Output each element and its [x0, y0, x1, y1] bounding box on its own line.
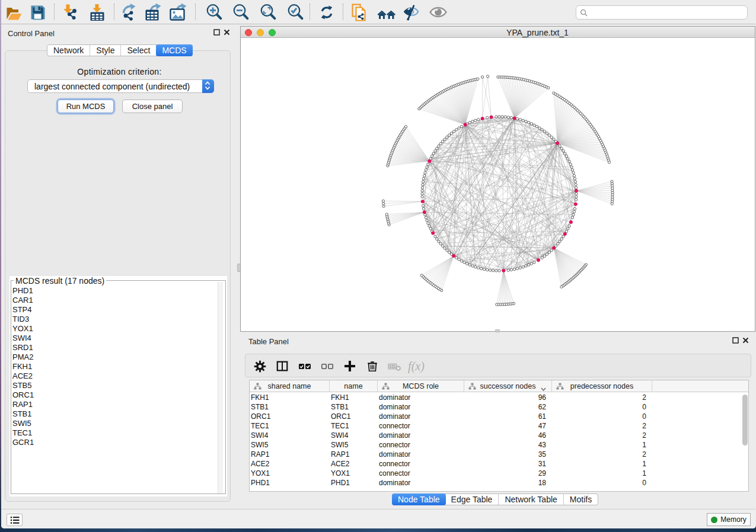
- network-node[interactable]: [563, 232, 566, 235]
- export-table-icon[interactable]: [144, 3, 163, 22]
- network-node[interactable]: [492, 269, 495, 271]
- network-node[interactable]: [573, 207, 576, 210]
- network-node[interactable]: [423, 175, 425, 177]
- show-columns-icon[interactable]: [273, 357, 291, 375]
- result-node[interactable]: GCR1: [12, 438, 34, 447]
- network-node[interactable]: [537, 258, 540, 261]
- zoom-out-icon[interactable]: [232, 3, 251, 22]
- network-node[interactable]: [421, 200, 424, 203]
- table-row[interactable]: ACE2ACE2connector311: [250, 459, 748, 469]
- network-node[interactable]: [464, 123, 467, 126]
- network-node[interactable]: [548, 134, 550, 136]
- network-node[interactable]: [548, 251, 550, 254]
- network-node[interactable]: [569, 220, 572, 223]
- network-node[interactable]: [568, 225, 570, 227]
- network-node[interactable]: [530, 123, 532, 125]
- table-row[interactable]: ORC1ORC1dominator610: [250, 412, 748, 421]
- network-node[interactable]: [550, 136, 553, 138]
- network-node[interactable]: [448, 251, 450, 254]
- network-node[interactable]: [468, 264, 471, 266]
- hide-eye-icon[interactable]: [402, 3, 421, 22]
- tab-motifs[interactable]: Motifs: [564, 494, 598, 505]
- network-node[interactable]: [541, 129, 543, 131]
- result-node[interactable]: YOX1: [12, 324, 34, 334]
- result-node[interactable]: FKH1: [12, 362, 34, 371]
- network-node[interactable]: [429, 227, 432, 230]
- network-node[interactable]: [538, 127, 541, 129]
- network-node[interactable]: [426, 166, 428, 168]
- delete-column-icon[interactable]: [385, 357, 403, 375]
- horizontal-splitter-handle[interactable]: [495, 329, 500, 332]
- network-node[interactable]: [574, 203, 577, 206]
- network-node[interactable]: [425, 216, 427, 219]
- network-node[interactable]: [481, 76, 483, 78]
- network-node[interactable]: [562, 150, 564, 152]
- network-node[interactable]: [446, 136, 448, 138]
- network-node[interactable]: [422, 177, 425, 180]
- network-node[interactable]: [385, 213, 388, 216]
- table-row[interactable]: PHD1PHD1dominator180: [250, 478, 748, 488]
- result-node[interactable]: STP4: [12, 305, 34, 315]
- network-node[interactable]: [560, 147, 563, 149]
- criterion-dropdown[interactable]: largest connected component (undirected): [27, 79, 214, 93]
- network-node[interactable]: [450, 132, 452, 134]
- column-header-shared-name[interactable]: shared name: [250, 380, 330, 392]
- network-node[interactable]: [550, 249, 553, 251]
- network-node[interactable]: [480, 267, 483, 270]
- network-node[interactable]: [543, 255, 546, 257]
- result-node[interactable]: SWI4: [12, 334, 34, 343]
- result-node[interactable]: SWI5: [12, 419, 34, 428]
- network-node[interactable]: [483, 268, 485, 270]
- network-node[interactable]: [495, 116, 497, 118]
- table-row[interactable]: SWI4SWI4dominator462: [250, 431, 748, 440]
- network-node[interactable]: [486, 75, 489, 78]
- zoom-in-icon[interactable]: [205, 3, 224, 22]
- network-node[interactable]: [477, 78, 479, 80]
- network-node[interactable]: [425, 169, 427, 171]
- network-node[interactable]: [513, 268, 515, 270]
- network-node[interactable]: [569, 163, 572, 165]
- network-node[interactable]: [522, 265, 524, 268]
- network-node[interactable]: [611, 203, 613, 205]
- network-node[interactable]: [444, 138, 446, 140]
- network-node[interactable]: [608, 161, 610, 164]
- network-node[interactable]: [516, 267, 518, 270]
- network-node[interactable]: [434, 150, 436, 152]
- network-node[interactable]: [382, 200, 384, 202]
- network-node[interactable]: [481, 117, 484, 120]
- network-node[interactable]: [498, 270, 500, 272]
- tab-mcds[interactable]: MCDS: [156, 44, 192, 56]
- network-node[interactable]: [522, 119, 524, 121]
- network-node[interactable]: [510, 116, 512, 118]
- network-node[interactable]: [575, 193, 578, 195]
- network-node[interactable]: [546, 132, 548, 134]
- network-node[interactable]: [575, 198, 577, 201]
- network-node[interactable]: [486, 268, 489, 271]
- network-node[interactable]: [547, 86, 550, 89]
- column-header-MCDS-role[interactable]: MCDS role: [378, 380, 464, 392]
- network-node[interactable]: [382, 205, 385, 207]
- float-panel-icon[interactable]: [213, 29, 220, 36]
- table-row[interactable]: TEC1TEC1connector472: [250, 421, 748, 431]
- network-node[interactable]: [448, 134, 450, 136]
- export-image-icon[interactable]: [169, 3, 188, 22]
- network-node[interactable]: [486, 116, 489, 118]
- result-node[interactable]: TEC1: [12, 428, 34, 438]
- table-row[interactable]: YOX1YOX1connector291: [250, 469, 748, 478]
- result-node[interactable]: STB5: [12, 381, 34, 390]
- network-node[interactable]: [502, 269, 505, 272]
- result-node[interactable]: PHD1: [12, 286, 34, 296]
- table-row[interactable]: SWI5SWI5connector431: [250, 440, 748, 450]
- network-node[interactable]: [468, 121, 471, 124]
- result-scrollbar[interactable]: [218, 282, 223, 493]
- network-node[interactable]: [504, 116, 506, 118]
- network-node[interactable]: [498, 116, 500, 118]
- float-panel-icon[interactable]: [732, 337, 739, 344]
- tab-node-table[interactable]: Node Table: [392, 493, 446, 505]
- result-node[interactable]: ACE2: [12, 371, 34, 381]
- network-node[interactable]: [501, 116, 503, 118]
- network-node[interactable]: [434, 235, 436, 238]
- refresh-icon[interactable]: [317, 3, 336, 22]
- zoom-fit-icon[interactable]: [259, 3, 278, 22]
- table-row[interactable]: FKH1FKH1dominator962: [250, 393, 748, 402]
